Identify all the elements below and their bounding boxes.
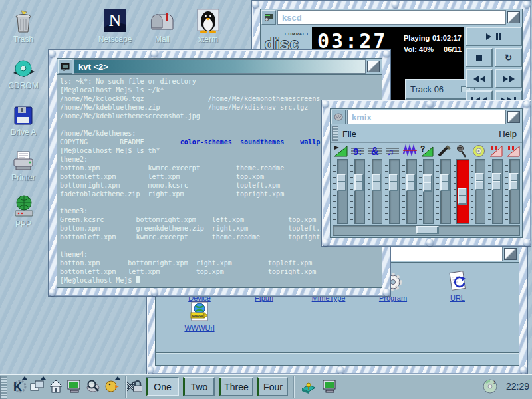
svg-text:&: & [371,146,379,157]
line-icon [436,144,452,159]
mixer-channel-cd [470,144,487,223]
svg-text:9:: 9: [353,146,362,157]
slider-ticks [505,162,508,220]
repeat-icon: ↻ [505,55,512,61]
mute-1-slider[interactable] [492,159,503,224]
lock-button[interactable] [128,377,147,396]
unknown-icon: ? [419,144,435,159]
svg-text:K: K [13,380,22,394]
scrollbar-handle[interactable] [416,226,439,234]
kvt-maximize-button[interactable] [367,61,380,72]
wave-slider-handle[interactable] [406,174,416,191]
kvt-titlebar[interactable]: kvt <2> [57,59,382,74]
kscd-disc-tray-icon[interactable]: ♪ [481,377,500,396]
mute-2-slider-handle[interactable] [509,173,519,190]
kfm-icon-wwwurl[interactable]: WWWWWWUrl [173,301,226,332]
kscd-track-count: 06/11 [428,44,462,55]
kmix-app-icon[interactable] [331,110,346,124]
terminal-line: [Me@localhost Me]$ ls ~/k* [60,86,382,94]
microphone-slider-handle[interactable] [458,188,467,205]
kfm-maximize-button[interactable] [504,248,517,260]
mute-1-icon [488,144,504,159]
home-folder-button[interactable] [47,377,65,396]
kscd-maximize-button[interactable] [507,11,520,23]
kscd-titlebar[interactable]: kscd [261,9,522,25]
synth-icon: ♫ [385,144,401,159]
slider-ticks [385,162,388,220]
play-pause-button[interactable] [466,27,522,46]
pause-icon [496,33,498,40]
menu-arrow-icon [115,376,120,380]
cd-slider-handle[interactable] [475,173,484,190]
desktop-button-two[interactable]: Two [183,377,215,396]
treble-slider-handle[interactable] [372,174,381,191]
mixer-channel-line [436,144,453,223]
kmenu-button[interactable]: K [9,377,28,396]
unknown-slider[interactable] [423,159,434,224]
kmix-horizontal-scrollbar[interactable] [332,225,520,236]
find-files-button[interactable] [84,377,102,396]
kmix-channel-area: 9:&♫? [331,143,522,223]
kvt-title: kvt <2> [74,59,366,74]
treble-icon: & [368,144,384,159]
trash-icon [1,8,45,33]
synth-slider-handle[interactable] [389,174,398,191]
bass-slider[interactable] [354,159,365,224]
volume-slider[interactable] [337,159,348,224]
desktop-icon-printer[interactable]: Printer [1,146,45,182]
repeat-button[interactable]: ↻ [495,48,522,67]
kmix-window[interactable]: kmix File Help 9:&♫? [321,100,531,247]
url-icon [431,271,484,293]
window-list-button[interactable] [28,377,47,396]
desktop-icon-ppp[interactable]: PPP [1,193,45,229]
cd-slider[interactable] [475,159,485,224]
disknav-button[interactable] [102,377,121,396]
mixer-channel-volume [332,144,350,223]
kfm-icon-url[interactable]: URL [431,271,484,302]
rewind-button[interactable] [466,69,493,88]
desktop-button-one[interactable]: One [146,377,179,396]
kmix-maximize-button[interactable] [507,111,520,123]
menubar-tearoff-handle[interactable] [332,126,338,141]
taskbar-clock: 22:29 [506,381,529,392]
kscd-app-icon[interactable] [261,10,276,25]
svg-text:♫: ♫ [387,146,394,157]
line-slider-handle[interactable] [440,174,450,191]
menu-help[interactable]: Help [499,129,517,139]
desktop-icon-netscape[interactable]: NNetscape [93,8,137,44]
synth-slider[interactable] [389,159,400,224]
bass-slider-handle[interactable] [354,174,364,191]
panel-hide-handle[interactable] [0,376,7,399]
mixer-channel-wave [402,144,419,223]
mute-1-slider-handle[interactable] [492,173,501,190]
desktop-icon-trash[interactable]: Trash [1,8,45,44]
notes-book-taskbar-entry[interactable] [299,377,318,396]
desktop-icon-cdrom[interactable]: CDROM [1,55,45,90]
desktop-icon-drive-a[interactable]: Drive A [1,101,45,137]
desktop-background: TrashCDROMDrive APrinterPPPNNetscapeMail… [0,0,532,399]
mixer-channel-synth: ♫ [384,144,402,223]
kvt-app-icon[interactable] [58,59,72,74]
fast-forward-button[interactable] [495,69,522,88]
desktop-button-four[interactable]: Four [257,377,288,396]
desktop-button-three[interactable]: Three [219,377,253,396]
wave-slider[interactable] [406,159,417,224]
mute-2-slider[interactable] [509,159,520,224]
microphone-slider[interactable] [456,159,469,224]
terminal-task-taskbar-entry[interactable] [321,377,339,396]
volume-slider-handle[interactable] [337,174,346,191]
kmix-titlebar[interactable]: kmix [331,109,522,125]
menu-arrow-icon [22,376,27,380]
line-slider[interactable] [440,159,451,224]
unknown-slider-handle[interactable] [423,174,432,192]
wave-icon [402,144,418,159]
cd-icon [471,144,487,159]
desktop-icon-xterm[interactable]: xterm [186,8,230,44]
terminal-launcher-button[interactable] [65,377,84,396]
treble-slider[interactable] [372,159,382,224]
menu-file[interactable]: File [342,129,356,139]
rewind-icon [473,76,479,82]
mixer-channel-treble: & [367,144,384,223]
stop-button[interactable] [466,48,493,67]
desktop-icon-mail[interactable]: Mail [140,8,184,44]
